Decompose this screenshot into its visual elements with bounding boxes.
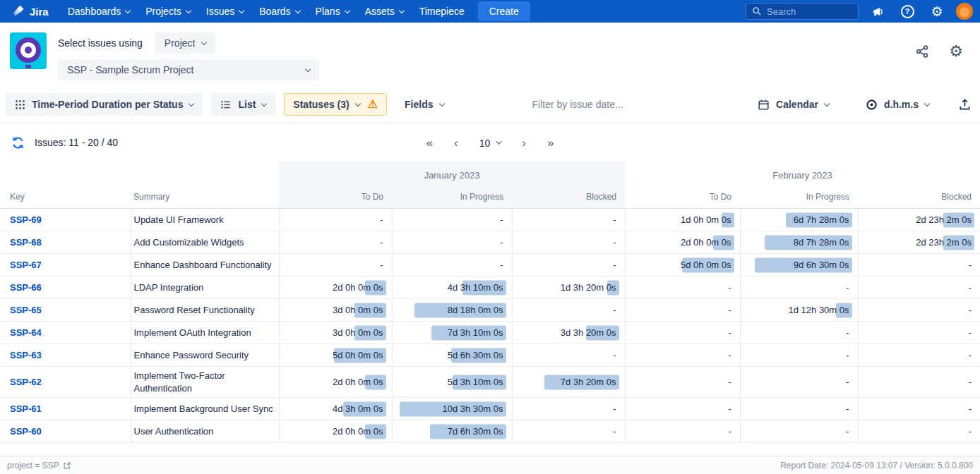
jira-home-link[interactable]: Jira — [11, 4, 49, 18]
issue-summary: Implement OAuth Integration — [131, 322, 279, 344]
report-type-select[interactable]: Time-Period Duration per Status — [6, 93, 203, 116]
first-page-button[interactable]: « — [426, 137, 433, 149]
duration-cell: 2d 23h 2m 0s — [858, 209, 980, 231]
feb-todo-header: To Do — [625, 186, 740, 209]
report-settings-button[interactable]: ⚙ — [948, 42, 964, 61]
issue-summary: Implement Background User Sync — [131, 398, 279, 420]
search-input[interactable] — [767, 6, 852, 17]
issue-key-link[interactable]: SSP-60 — [10, 426, 42, 437]
issue-key-link[interactable]: SSP-67 — [10, 260, 42, 270]
last-page-button[interactable]: » — [547, 137, 554, 149]
nav-right-group: ? ⚙ — [746, 1, 973, 22]
duration-cell: 2d 23h 2m 0s — [858, 231, 980, 254]
group-header-february: February 2023 — [625, 162, 980, 186]
duration-cell: - — [512, 254, 625, 276]
issue-summary: Enhance Password Security — [131, 344, 279, 367]
header-actions: ⚙ — [914, 32, 970, 61]
time-format-select[interactable]: d.h.m.s — [856, 93, 938, 116]
project-select[interactable]: SSP - Sample Scrum Project — [58, 59, 319, 80]
table-row: SSP-68 Add Customizable Widgets - - - 2d… — [0, 231, 980, 254]
feb-inprogress-header: In Progress — [740, 186, 858, 209]
nav-timepiece[interactable]: Timepiece — [412, 0, 472, 23]
help-icon[interactable]: ? — [897, 1, 918, 22]
user-avatar[interactable] — [956, 3, 973, 20]
duration-cell: - — [279, 231, 392, 254]
issue-summary: Enhance Dashboard Functionality — [131, 254, 279, 276]
duration-cell: - — [279, 209, 392, 231]
issue-key-link[interactable]: SSP-63 — [10, 350, 42, 360]
report-table-body: SSP-69 Update UI Framework - - - 1d 0h 0… — [0, 209, 980, 443]
duration-cell: 5d 3h 10m 0s — [392, 367, 512, 398]
duration-cell: - — [858, 367, 980, 398]
prev-page-button[interactable]: ‹ — [454, 137, 458, 149]
issue-source-fields: Select issues using Project SSP - Sample… — [58, 32, 319, 80]
chevron-down-icon — [305, 66, 311, 71]
export-button[interactable] — [957, 97, 973, 113]
issue-date-filter-input[interactable] — [532, 99, 695, 110]
gear-icon: ⚙ — [949, 44, 963, 59]
select-issues-label: Select issues using — [58, 37, 143, 49]
group-header-january: January 2023 — [279, 162, 625, 186]
jan-todo-header: To Do — [279, 186, 392, 209]
duration-cell: - — [740, 276, 858, 299]
chevron-down-icon — [201, 39, 207, 44]
duration-cell: 8d 7h 28m 0s — [740, 231, 858, 254]
nav-projects[interactable]: Projects — [138, 0, 198, 23]
chevron-down-icon — [125, 7, 131, 13]
summary-column-header: Summary — [131, 186, 279, 209]
duration-cell: - — [858, 276, 980, 299]
fields-select[interactable]: Fields — [395, 93, 453, 116]
duration-cell: - — [512, 299, 625, 322]
settings-gear-icon[interactable]: ⚙ — [926, 1, 948, 22]
chevron-down-icon — [294, 7, 300, 13]
issue-summary: Add Customizable Widgets — [131, 231, 279, 254]
share-icon — [915, 44, 929, 59]
duration-cell: 4d 3h 0m 0s — [279, 398, 392, 420]
statuses-select[interactable]: Statuses (3) ⚠ — [284, 93, 387, 116]
feb-blocked-header: Blocked — [858, 186, 980, 209]
duration-cell: 9d 6h 30m 0s — [740, 254, 858, 276]
refresh-button[interactable] — [10, 135, 26, 151]
issue-key-link[interactable]: SSP-69 — [10, 214, 42, 225]
issue-key-link[interactable]: SSP-65 — [10, 305, 42, 315]
nav-dashboards[interactable]: Dashboards — [60, 0, 138, 23]
global-search[interactable] — [746, 3, 859, 20]
issue-key-link[interactable]: SSP-66 — [10, 282, 42, 293]
announcement-icon[interactable] — [867, 1, 888, 22]
warning-icon: ⚠ — [368, 99, 378, 110]
issue-key-link[interactable]: SSP-68 — [10, 237, 42, 248]
report-table: January 2023 February 2023 Key Summary T… — [0, 162, 980, 443]
issue-source-select[interactable]: Project — [155, 32, 216, 54]
next-page-button[interactable]: › — [522, 137, 526, 149]
external-link-icon — [63, 461, 71, 470]
create-button[interactable]: Create — [478, 1, 530, 21]
report-header: Select issues using Project SSP - Sample… — [0, 23, 980, 89]
table-row: SSP-65 Password Reset Functionality 3d 0… — [0, 299, 980, 322]
duration-cell: 2d 0h 0m 0s — [279, 367, 392, 398]
column-header-row: Key Summary To Do In Progress Blocked To… — [0, 186, 980, 209]
duration-cell: - — [512, 420, 625, 443]
chevron-down-icon — [189, 100, 194, 106]
nav-boards[interactable]: Boards — [251, 0, 307, 23]
filter-query-link[interactable]: project = SSP — [7, 461, 71, 470]
table-row: SSP-64 Implement OAuth Integration 3d 0h… — [0, 322, 980, 344]
issue-key-link[interactable]: SSP-61 — [10, 403, 42, 414]
jira-logo-icon — [11, 4, 25, 18]
nav-plans[interactable]: Plans — [308, 0, 357, 23]
calendar-select[interactable]: Calendar — [748, 93, 838, 116]
timepiece-app-icon — [10, 32, 47, 69]
issue-key-link[interactable]: SSP-64 — [10, 327, 42, 338]
nav-issues[interactable]: Issues — [198, 0, 251, 23]
page-size-select[interactable]: 10 — [479, 137, 501, 148]
duration-cell: 7d 6h 30m 0s — [392, 420, 512, 443]
chevron-down-icon — [398, 7, 404, 13]
report-info: Report Date: 2024-05-09 13:07 / Version:… — [780, 461, 973, 470]
chevron-down-icon — [438, 100, 444, 106]
view-select[interactable]: List — [211, 93, 275, 116]
duration-cell: 2d 0h 0m 0s — [279, 276, 392, 299]
share-button[interactable] — [914, 43, 931, 60]
issue-key-link[interactable]: SSP-62 — [10, 377, 42, 387]
issues-count-label: Issues: 11 - 20 / 40 — [35, 137, 118, 148]
chevron-down-icon — [496, 138, 501, 144]
nav-assets[interactable]: Assets — [357, 0, 412, 23]
